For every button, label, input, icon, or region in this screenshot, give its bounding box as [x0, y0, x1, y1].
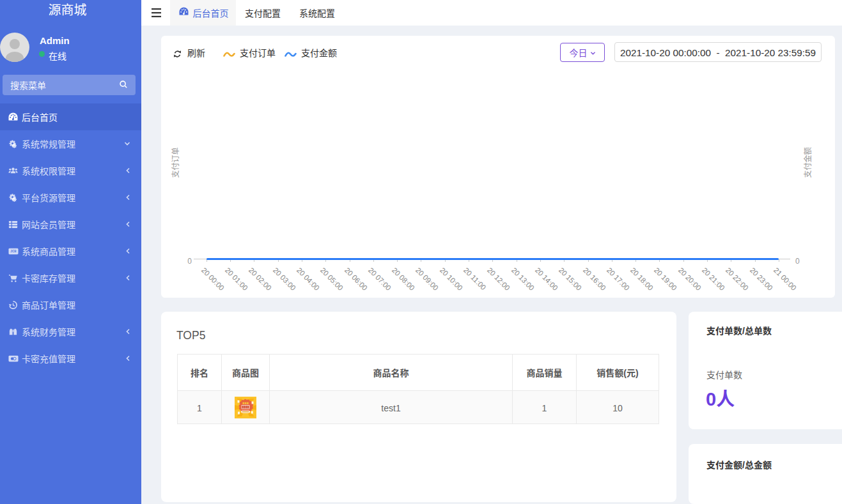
svg-text:JCB: JCB: [10, 250, 17, 253]
